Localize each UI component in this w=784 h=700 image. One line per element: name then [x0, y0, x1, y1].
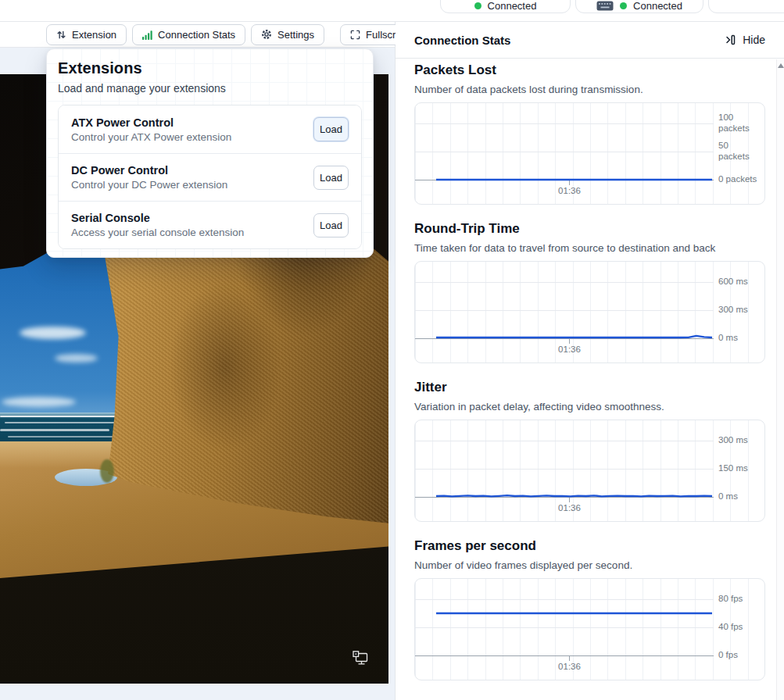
app-root: Connected Connected Extension Con	[0, 0, 784, 700]
keyboard-connected-badge[interactable]: Connected	[575, 0, 703, 13]
cloud	[55, 354, 98, 362]
sidebar-header: Connection Stats Hide	[396, 22, 784, 59]
extension-description: Access your serial console extension	[71, 227, 244, 238]
extension-name: DC Power Control	[71, 164, 227, 177]
chart-title: Frames per second	[414, 538, 765, 554]
panel-collapse-icon	[724, 34, 736, 46]
extensions-list: ATX Power Control Control your ATX Power…	[58, 105, 362, 249]
badge-label: Connected	[633, 0, 682, 12]
connection-stats-button-label: Connection Stats	[158, 29, 235, 41]
chart-subtitle: Time taken for data to travel from sourc…	[414, 242, 765, 254]
chart-section-fps: Frames per second Number of video frames…	[414, 538, 765, 680]
cloud	[2, 397, 76, 407]
status-strip: Connected Connected	[0, 0, 784, 22]
extension-button-label: Extension	[72, 29, 116, 41]
extension-name: ATX Power Control	[71, 116, 231, 129]
extension-name: Serial Console	[71, 212, 244, 224]
chart-section-jitter: Jitter Variation in packet delay, affect…	[414, 380, 765, 522]
video-pane: Extension Connection Stats Settings Full	[0, 22, 396, 700]
sidebar-scrollbar[interactable]	[776, 59, 784, 700]
chart-line	[415, 103, 765, 205]
extensions-title: Extensions	[58, 59, 362, 77]
chart-title: Round-Trip Time	[414, 221, 765, 237]
sidebar-title: Connection Stats	[414, 34, 510, 47]
chart-subtitle: Number of data packets lost during trans…	[414, 84, 765, 95]
chart-section-round-trip-time: Round-Trip Time Time taken for data to t…	[414, 221, 765, 363]
chart-subtitle: Variation in packet delay, affecting vid…	[414, 401, 765, 412]
cloud	[20, 327, 86, 339]
arrow-up-down-icon	[56, 30, 66, 40]
green-status-dot-icon	[474, 2, 481, 9]
charts-container: Packets Lost Number of data packets lost…	[396, 62, 784, 680]
chart-title: Jitter	[414, 380, 765, 395]
action-toolbar: Extension Connection Stats Settings Full	[0, 22, 395, 48]
round-trip-time-chart: 600 ms300 ms0 ms01:36	[414, 261, 765, 363]
load-atx-power-button[interactable]: Load	[313, 117, 349, 141]
extension-description: Control your ATX Power extension	[71, 131, 231, 143]
moss-patch	[100, 459, 114, 483]
hide-button-label: Hide	[743, 34, 765, 46]
connection-stats-button[interactable]: Connection Stats	[132, 24, 245, 45]
video-connected-badge[interactable]: Connected	[440, 0, 571, 13]
chart-title: Packets Lost	[414, 62, 765, 78]
fps-chart: 80 fps40 fps0 fps01:36	[414, 578, 765, 680]
hide-sidebar-button[interactable]: Hide	[724, 34, 765, 46]
badge-label: Connected	[488, 0, 537, 12]
keyboard-icon	[596, 1, 614, 11]
gear-icon	[261, 29, 272, 40]
list-item-serial-console: Serial Console Access your serial consol…	[59, 201, 361, 248]
load-dc-power-button[interactable]: Load	[313, 166, 349, 190]
jitter-chart: 300 ms150 ms0 ms01:36	[414, 420, 765, 522]
fullscreen-icon	[350, 30, 360, 40]
green-status-dot-icon	[620, 2, 627, 9]
extension-description: Control your DC Power extension	[71, 179, 227, 191]
extensions-popover: Extensions Load and manage your extensio…	[46, 48, 374, 258]
chart-subtitle: Number of video frames displayed per sec…	[414, 559, 765, 571]
extensions-subtitle: Load and manage your extensions	[58, 82, 362, 95]
load-serial-console-button[interactable]: Load	[313, 213, 349, 238]
list-item-dc-power: DC Power Control Control your DC Power e…	[59, 153, 361, 201]
settings-button-label: Settings	[277, 29, 314, 41]
list-item-atx-power: ATX Power Control Control your ATX Power…	[59, 105, 361, 153]
clipped-badge[interactable]	[708, 0, 784, 13]
scrollbar-up-arrow-icon[interactable]	[778, 62, 784, 69]
connection-stats-sidebar: Connection Stats Hide Packets Lost Numbe…	[396, 22, 784, 700]
chart-line	[415, 420, 765, 522]
extension-button[interactable]: Extension	[46, 24, 127, 45]
chart-line	[415, 262, 765, 363]
virtual-display-icon	[352, 651, 370, 670]
packets-lost-chart: 100 packets50 packets0 packets01:36	[414, 102, 765, 205]
settings-button[interactable]: Settings	[251, 24, 324, 45]
chart-section-packets-lost: Packets Lost Number of data packets lost…	[414, 62, 765, 205]
chart-line	[415, 579, 765, 680]
signal-bars-icon	[142, 30, 152, 40]
